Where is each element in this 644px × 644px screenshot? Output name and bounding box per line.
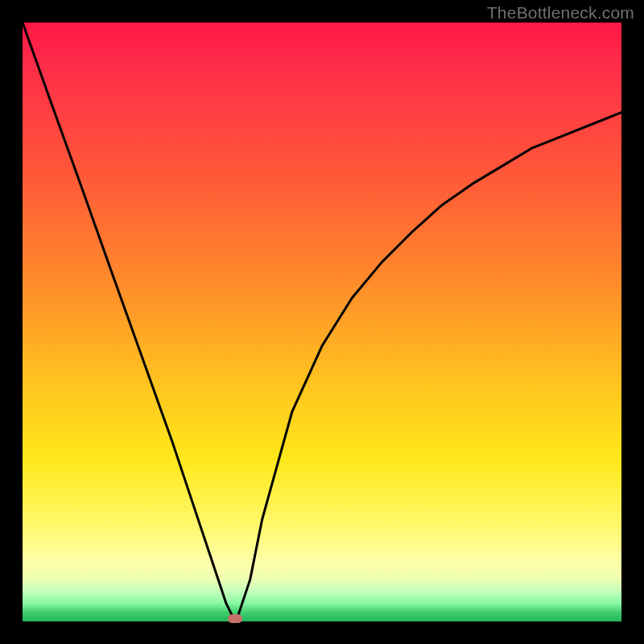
bottleneck-curve bbox=[23, 23, 621, 621]
chart-frame: TheBottleneck.com bbox=[0, 0, 644, 644]
curve-path bbox=[23, 23, 621, 618]
watermark-text: TheBottleneck.com bbox=[487, 3, 634, 23]
min-point-marker bbox=[228, 614, 242, 623]
plot-area bbox=[23, 23, 621, 621]
